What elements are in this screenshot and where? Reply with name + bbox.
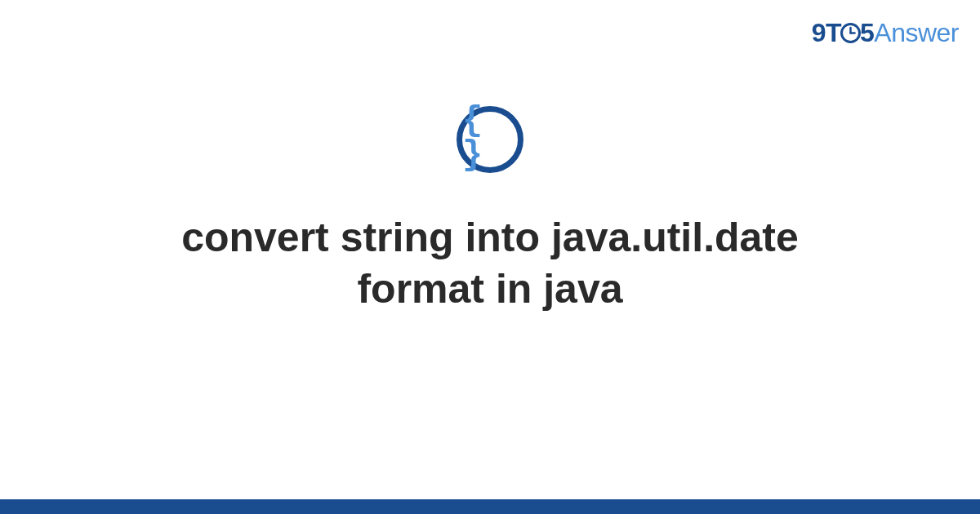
page-title: convert string into java.util.date forma…	[82, 212, 898, 314]
code-braces-icon: { }	[457, 106, 523, 173]
brace-glyph: { }	[462, 104, 518, 172]
logo-nine: 9	[812, 18, 826, 47]
site-logo: 9T5Answer	[812, 18, 959, 48]
logo-five: 5	[860, 18, 874, 47]
clock-icon	[840, 22, 862, 44]
logo-answer: Answer	[874, 18, 959, 47]
main-content: { } convert string into java.util.date f…	[0, 106, 980, 314]
footer-accent-bar	[0, 499, 980, 514]
